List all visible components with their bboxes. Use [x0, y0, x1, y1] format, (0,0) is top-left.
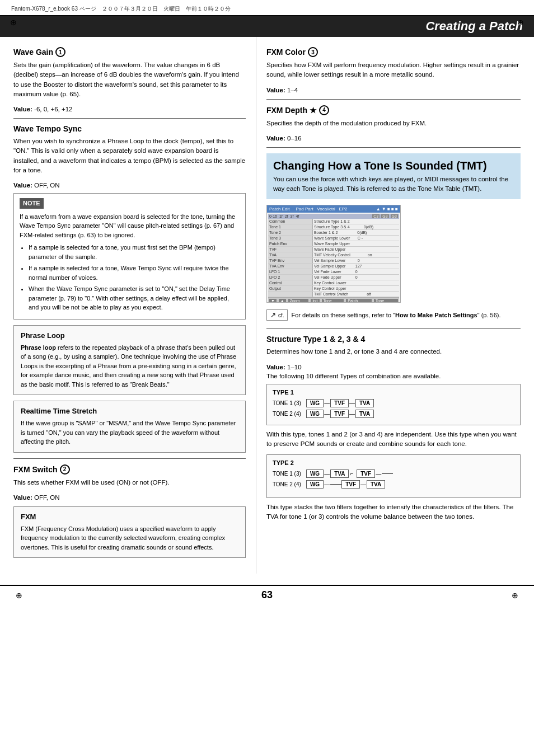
- wave-tempo-sync-section: Wave Tempo Sync When you wish to synchro…: [13, 124, 246, 189]
- changing-title: Changing How a Tone Is Sounded (TMT): [273, 159, 514, 172]
- fxm-switch-number: 2: [60, 464, 70, 475]
- screenshot-row-tone3: Tone 3Wave Sample Lower C -: [268, 236, 399, 241]
- changing-section: Changing How a Tone Is Sounded (TMT) You…: [266, 153, 521, 200]
- screenshot-row-control: ControlKey Control Lower: [268, 280, 399, 286]
- bottom-right-corner-mark: ⊕: [509, 590, 521, 601]
- phrase-loop-box: Phrase Loop Phrase loop refers to the re…: [13, 325, 246, 396]
- note-box: NOTE If a waveform from a wave expansion…: [13, 193, 246, 320]
- type2-wg2: WG: [306, 480, 324, 489]
- fxm-depth-section: FXM Depth ★ 4 Specifies the depth of the…: [266, 105, 521, 142]
- wave-tempo-sync-body: When you wish to synchronize a Phrase Lo…: [13, 137, 246, 175]
- cf-box: ↗ cf.: [266, 309, 288, 321]
- realtime-body: If the wave group is "SAMP" or "MSAM," a…: [21, 419, 238, 447]
- type1-tvf2: TVF: [330, 410, 349, 418]
- fxm-switch-value: Value: OFF, ON: [13, 494, 246, 501]
- screenshot-row-tone1: Tone 1Structure Type 3 & 4 0(dB): [268, 224, 399, 230]
- type1-tone1: TONE 1 (3): [273, 400, 306, 406]
- fxm-color-value: Value: 1–4: [266, 87, 521, 93]
- wave-gain-body: Sets the gain (amplification) of the wav…: [13, 60, 246, 99]
- type2-label: TYPE 2: [273, 459, 514, 466]
- screenshot-row-tva: TVATMT Velocity Control on: [268, 252, 399, 258]
- screenshot-row-last: TMT Control Switch off: [268, 292, 399, 297]
- fxm-switch-body: This sets whether FXM will be used (ON) …: [13, 478, 246, 487]
- fxm-color-number: 3: [308, 47, 318, 57]
- phrase-loop-title: Phrase Loop: [21, 331, 238, 340]
- cf-container: ↗ cf. For details on these settings, ref…: [266, 307, 521, 323]
- type2-tvf1-block: TVF: [357, 469, 375, 478]
- type2-arrow1a: —: [324, 471, 330, 477]
- wave-gain-number: 1: [55, 47, 65, 57]
- type2-arrow2b: —: [360, 481, 367, 487]
- wave-gain-label: Wave Gain: [13, 48, 53, 57]
- screenshot-button-bar: ▼ ▲ Zoom Edit Init Tone Clone Patch Sett…: [268, 297, 399, 303]
- type2-row1: TONE 1 (3) WG — TVA ⌐ TVF —: [273, 469, 514, 478]
- realtime-box: Realtime Time Stretch If the wave group …: [13, 401, 246, 453]
- structure-body: Determines how tone 1 and 2, or tone 3 a…: [266, 347, 521, 356]
- note-bullet-2: If a sample is selected for a tone, Wave…: [29, 264, 240, 282]
- screenshot-row-lfo2: LFO 2Vel Fade Upper 0: [268, 275, 399, 280]
- fxm-box-title: FXM: [21, 513, 238, 521]
- left-column: Wave Gain 1 Sets the gain (amplification…: [0, 37, 256, 574]
- screenshot-row-lfo1: LFO 1Vel Fade Lower 0: [268, 269, 399, 275]
- type2-row2: TONE 2 (4) WG — TVF — TVA: [273, 480, 514, 489]
- type2-rows: TONE 1 (3) WG — TVA ⌐ TVF — TONE 2 (4) W…: [273, 469, 514, 493]
- type2-line1: [382, 473, 393, 474]
- page-title-bar: Creating a Patch: [0, 16, 534, 37]
- screenshot-row-tvf-env: TVF EnvVel Sample Lower 0: [268, 258, 399, 264]
- type1-diagram: TYPE 1 TONE 1 (3) WG — TVF — TVA TONE 2 …: [266, 384, 521, 425]
- type2-diagram: TYPE 2 TONE 1 (3) WG — TVA ⌐ TVF —: [266, 454, 521, 498]
- fxm-box: FXM FXM (Frequency Cross Modulation) use…: [13, 506, 246, 558]
- type2-arrow2a: —: [324, 481, 330, 487]
- fxm-depth-value: Value: 0–16: [266, 135, 521, 142]
- type1-tva2: TVA: [355, 410, 374, 418]
- type1-row1: TONE 1 (3) WG — TVF — TVA: [273, 399, 514, 407]
- note-bullets: If a sample is selected for a tone, you …: [29, 243, 240, 312]
- fxm-color-title: FXM Color 3: [266, 47, 521, 57]
- type1-wg2: WG: [306, 410, 324, 418]
- top-right-corner-mark: ⊕: [515, 17, 526, 28]
- screenshot-box: Patch Edit Pad Part Vocal/ctrl EP2 ▲ ▼ ■…: [266, 205, 401, 303]
- type1-wg1: WG: [306, 399, 324, 407]
- screenshot-row-output: OutputKey Control Upper: [268, 286, 399, 292]
- wave-tempo-sync-title: Wave Tempo Sync: [13, 124, 246, 133]
- type2-connector: ⌐: [349, 471, 354, 477]
- type2-tone2: TONE 2 (4): [273, 481, 306, 487]
- type1-arrow1a: —: [324, 400, 330, 406]
- note-bullet-3: When the Wave Tempo Sync parameter is se…: [29, 284, 240, 312]
- wave-tempo-sync-label: Wave Tempo Sync: [13, 124, 82, 133]
- type1-row2: TONE 2 (4) WG — TVF — TVA: [273, 410, 514, 418]
- top-left-corner-mark: ⊕: [8, 17, 19, 28]
- screenshot-tab-bar: 0-161f2f3f4f C3G3G3: [268, 214, 399, 219]
- header-meta: Fantom-X678_r_e.book 63 ページ ２００７年３月２０日 火…: [11, 6, 231, 12]
- note-title: NOTE: [20, 198, 44, 209]
- fxm-box-body: FXM (Frequency Cross Modulation) uses a …: [21, 524, 238, 552]
- structure-note: The following 10 different Types of comb…: [266, 373, 521, 379]
- type1-tone2: TONE 2 (4): [273, 411, 306, 417]
- content-area: Wave Gain 1 Sets the gain (amplification…: [0, 37, 534, 574]
- fxm-depth-label: FXM Depth ★: [266, 106, 317, 115]
- fxm-depth-number: 4: [319, 105, 329, 115]
- screenshot-title-bar: Patch Edit Pad Part Vocal/ctrl EP2 ▲ ▼ ■…: [267, 205, 400, 213]
- type1-description: With this type, tones 1 and 2 (or 3 and …: [266, 430, 521, 449]
- fxm-color-section: FXM Color 3 Specifies how FXM will perfo…: [266, 47, 521, 93]
- fxm-switch-title: FXM Switch 2: [13, 464, 246, 475]
- type2-tvf2: TVF: [341, 480, 360, 489]
- structure-value: Value: 1–10: [266, 364, 521, 370]
- type2-tone1: TONE 1 (3): [273, 471, 306, 477]
- wave-gain-title: Wave Gain 1: [13, 47, 246, 57]
- header: ⊕ Fantom-X678_r_e.book 63 ページ ２００７年３月２０日…: [0, 0, 534, 37]
- wave-gain-section: Wave Gain 1 Sets the gain (amplification…: [13, 47, 246, 112]
- cf-arrow-icon: ↗: [270, 311, 276, 319]
- structure-title: Structure Type 1 & 2, 3 & 4: [266, 335, 521, 344]
- fxm-switch-section: FXM Switch 2 This sets whether FXM will …: [13, 464, 246, 501]
- note-bullet-1: If a sample is selected for a tone, you …: [29, 243, 240, 261]
- type2-tva2: TVA: [367, 480, 385, 489]
- type1-tva1: TVA: [355, 399, 374, 407]
- cf-note-text: For details on these settings, refer to …: [291, 312, 500, 318]
- fxm-color-label: FXM Color: [266, 48, 306, 57]
- fxm-depth-body: Specifies the depth of the modulation pr…: [266, 119, 521, 128]
- screenshot-row-common: CommonStructure Type 1 & 2: [268, 219, 399, 224]
- structure-title-label: Structure Type 1 & 2, 3 & 4: [266, 335, 365, 344]
- type1-tvf1: TVF: [330, 399, 349, 407]
- page-number: 63: [261, 589, 273, 601]
